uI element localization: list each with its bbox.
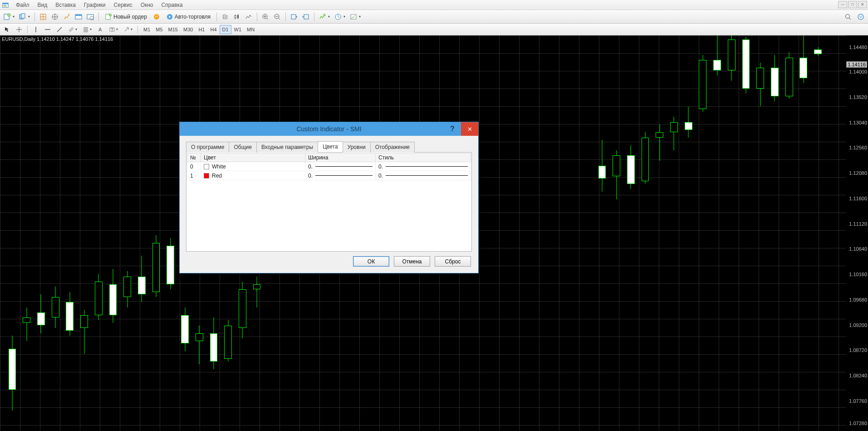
style-cell[interactable]: 0. [378,163,468,170]
col-color[interactable]: Цвет [201,154,305,162]
tab-common[interactable]: Общие [229,142,256,153]
indicator-dialog: Custom Indicator - SMI ? ✕ О программе О… [179,122,479,273]
timeframe-m1[interactable]: M1 [141,25,153,34]
tab-inputs[interactable]: Входные параметры [256,142,318,153]
timeframe-m5[interactable]: M5 [153,25,165,34]
minimize-button[interactable]: ─ [838,1,847,8]
trendline-tool[interactable] [54,25,65,34]
main-toolbar: ▾ ▾ Новый ордер Авто-торговля ▾ ▾ ▾ [0,10,868,24]
cursor-tool[interactable] [2,25,13,34]
dialog-titlebar[interactable]: Custom Indicator - SMI ? ✕ [180,122,478,136]
fibonacci-tool[interactable]: ▾ [80,25,94,34]
menu-charts[interactable]: Графики [80,0,110,10]
timeframe-h1[interactable]: H1 [196,25,207,34]
table-empty-area[interactable] [187,180,471,251]
mql5-button[interactable] [855,12,866,22]
tab-about[interactable]: О программе [186,142,229,153]
color-row[interactable]: 1Red0.0. [187,171,471,180]
terminal-button[interactable] [73,12,84,22]
app-icon [2,1,9,9]
timeframe-m15[interactable]: M15 [166,25,181,34]
maximize-button[interactable]: □ [848,1,857,8]
market-watch-button[interactable] [38,12,49,22]
color-swatch [204,173,209,178]
arrows-tool[interactable]: ▾ [121,25,135,34]
style-preview [386,166,468,167]
metaquotes-button[interactable] [151,12,162,22]
profiles-button[interactable]: ▾ [17,12,32,22]
svg-rect-2 [4,5,5,7]
menu-view[interactable]: Вид [34,0,52,10]
width-preview [315,166,373,167]
menu-window[interactable]: Окно [137,0,157,10]
col-num[interactable]: № [187,154,201,162]
navigator-button[interactable] [49,12,60,22]
text-label-tool[interactable]: T▾ [107,25,120,34]
strategy-tester-button[interactable] [85,12,96,22]
color-name: Red [212,173,222,179]
menu-file[interactable]: Файл [12,0,34,10]
col-width[interactable]: Ширина [305,154,376,162]
tab-levels[interactable]: Уровни [343,142,371,153]
dialog-tabs: О программе Общие Входные параметры Цвет… [186,141,472,153]
menu-insert[interactable]: Вставка [51,0,80,10]
svg-rect-24 [291,15,296,19]
cancel-button[interactable]: Отмена [394,256,430,267]
equidistant-channel-tool[interactable]: ▾ [66,25,79,34]
bar-chart-button[interactable] [220,12,230,22]
tab-panel-colors: № Цвет Ширина Стиль 0White0.0.1Red0.0. [186,153,472,252]
new-chart-button[interactable]: ▾ [2,12,16,22]
timeframe-d1[interactable]: D1 [220,25,231,34]
color-row[interactable]: 0White0.0. [187,162,471,171]
width-cell[interactable]: 0. [308,163,373,170]
timeframe-w1[interactable]: W1 [231,25,245,34]
color-cell[interactable]: White [204,163,302,170]
line-chart-button[interactable] [243,12,254,22]
dialog-close-button[interactable]: ✕ [461,122,478,136]
timeframe-mn[interactable]: MN [244,25,257,34]
timeframe-m30[interactable]: M30 [181,25,196,34]
width-value: 0. [308,173,313,179]
dialog-title: Custom Indicator - SMI [296,125,361,133]
svg-rect-4 [6,5,7,6]
color-cell[interactable]: Red [204,173,302,179]
svg-point-29 [846,14,850,18]
menu-tools[interactable]: Сервис [110,0,137,10]
text-tool[interactable]: A [95,25,106,34]
tab-colors[interactable]: Цвета [318,141,343,152]
close-button[interactable]: ✕ [858,1,867,8]
chart-shift-button[interactable] [300,12,311,22]
svg-rect-3 [5,5,5,6]
candle-chart-button[interactable] [231,12,242,22]
autotrade-button[interactable]: Авто-торговля [163,12,214,22]
style-cell[interactable]: 0. [378,173,468,179]
auto-scroll-button[interactable] [289,12,299,22]
timeframe-h4[interactable]: H4 [207,25,219,34]
tab-display[interactable]: Отображение [370,142,415,153]
vertical-line-tool[interactable] [30,25,41,34]
width-preview [315,175,373,176]
horizontal-line-tool[interactable] [42,25,53,34]
svg-rect-21 [237,15,239,18]
row-index: 0 [187,162,201,171]
dialog-help-button[interactable]: ? [444,122,461,136]
svg-text:A: A [98,27,102,32]
window-controls: ─ □ ✕ [838,1,867,8]
reset-button[interactable]: Сброс [435,256,471,267]
col-style[interactable]: Стиль [376,154,471,162]
periods-button[interactable]: ▾ [333,12,347,22]
ok-button[interactable]: ОК [353,256,389,267]
width-cell[interactable]: 0. [308,173,373,179]
data-window-button[interactable] [61,12,72,22]
crosshair-tool[interactable] [14,25,25,34]
templates-button[interactable]: ▾ [348,12,363,22]
new-order-button[interactable]: Новый ордер [102,12,150,22]
indicators-button[interactable]: ▾ [317,12,332,22]
dialog-buttons: ОК Отмена Сброс [186,252,472,268]
drawing-toolbar: ▾ ▾ A T▾ ▾ M1M5M15M30H1H4D1W1MN [0,24,868,35]
zoom-in-button[interactable] [260,12,271,22]
menu-help[interactable]: Справка [157,0,187,10]
zoom-out-button[interactable] [272,12,283,22]
chart-area[interactable]: EURUSD,Daily 1.14210 1.14247 1.14076 1.1… [0,35,868,431]
search-button[interactable] [843,12,853,22]
